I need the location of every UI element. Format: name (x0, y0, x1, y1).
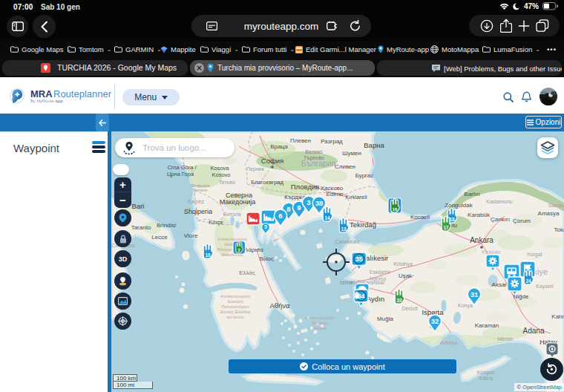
svg-text:Kıbrıs: Kıbrıs (479, 376, 494, 381)
svg-text:Edirne: Edirne (326, 191, 344, 197)
svg-text:Taranto: Taranto (131, 224, 151, 231)
svg-text:Битола: Битола (223, 212, 240, 217)
svg-text:Плевен: Плевен (290, 137, 311, 144)
svg-text:35: 35 (355, 255, 363, 263)
svg-text:Kırıkkale: Kırıkkale (482, 249, 501, 255)
svg-text:17: 17 (443, 225, 449, 230)
svg-text:Vlore: Vlore (184, 232, 198, 239)
svg-text:Tekirdağ: Tekirdağ (350, 220, 376, 229)
svg-text:Αποκεντρωμένη: Αποκεντρωμένη (217, 237, 246, 241)
svg-text:Manisa: Manisa (370, 276, 387, 281)
svg-text:Ελλάς: Ελλάς (239, 270, 255, 276)
svg-text:9: 9 (297, 203, 301, 212)
svg-text:Πελοποννήσου: Πελοποννήσου (222, 304, 249, 309)
svg-text:Варна: Варна (364, 141, 384, 149)
svg-text:Mersin: Mersin (497, 336, 513, 342)
svg-text:Uşak: Uşak (399, 272, 413, 279)
svg-text:Αθήνα: Αθήνα (269, 301, 290, 310)
svg-text:Brindisi: Brindisi (157, 222, 176, 229)
svg-text:Перник: Перник (246, 166, 265, 172)
svg-text:Kahra: Kahra (551, 313, 564, 320)
svg-text:Konya: Konya (458, 303, 473, 309)
svg-text:София: София (261, 157, 283, 165)
svg-text:Црна Гора: Црна Гора (167, 171, 194, 177)
svg-text:18: 18 (449, 217, 455, 222)
svg-text:2: 2 (238, 248, 240, 252)
svg-text:Eskişehir: Eskişehir (370, 270, 391, 275)
svg-text:Antalya: Antalya (440, 340, 457, 346)
svg-text:13: 13 (341, 226, 347, 232)
svg-text:5: 5 (264, 224, 267, 229)
svg-text:6: 6 (278, 212, 282, 220)
svg-text:Тетово: Тетово (219, 180, 235, 185)
svg-text:Çankırı: Çankırı (491, 216, 510, 223)
svg-text:Македонија: Македонија (220, 198, 256, 206)
svg-text:31: 31 (470, 290, 479, 298)
svg-text:Сливен: Сливен (335, 163, 355, 170)
svg-text:Karabük: Karabük (468, 212, 491, 218)
svg-text:Αποκεντρωμένη: Αποκεντρωμένη (220, 294, 249, 298)
svg-text:İzmir: İzmir (340, 279, 353, 286)
svg-text:34: 34 (358, 293, 365, 300)
svg-text:Aydın: Aydın (367, 295, 384, 303)
svg-text:Çorum: Çorum (513, 218, 531, 224)
svg-text:Karaman: Karaman (475, 322, 499, 329)
svg-text:32: 32 (431, 317, 439, 325)
svg-text:Αποκεντρωμένη: Αποκεντρωμένη (305, 316, 334, 320)
svg-text:Korçe: Korçe (209, 219, 223, 226)
svg-text:και Ιονίου: και Ιονίου (226, 315, 243, 319)
svg-text:24: 24 (525, 278, 531, 284)
svg-text:Muğla: Muğla (377, 316, 393, 322)
svg-text:Veriore: Veriore (193, 188, 208, 192)
svg-text:Велико: Велико (305, 149, 322, 154)
svg-text:Διοίκηση: Διοίκηση (312, 321, 327, 325)
svg-text:Kosova: Kosova (210, 165, 229, 172)
svg-text:Çanakkale: Çanakkale (335, 239, 359, 245)
svg-text:Kastamonu: Kastamonu (486, 199, 513, 204)
svg-text:Разград: Разград (321, 138, 343, 145)
svg-text:Bari: Bari (132, 202, 145, 210)
svg-text:Kütahya: Kütahya (393, 261, 413, 267)
svg-text:Бургас: Бургас (355, 172, 374, 179)
svg-text:Zonguldak: Zonguldak (445, 202, 473, 209)
svg-text:Samsu: Samsu (548, 203, 564, 208)
svg-text:Пловдив: Пловдив (291, 183, 320, 191)
svg-text:Kamëz: Kamëz (188, 199, 204, 204)
svg-text:Βόλος: Βόλος (259, 256, 274, 262)
svg-text:Kosovo: Kosovo (212, 172, 230, 178)
svg-text:Δυτικής Ελλάδας: Δυτικής Ελλάδας (220, 310, 251, 314)
svg-text:Ankara: Ankara (470, 236, 494, 244)
svg-text:Шумен: Шумен (342, 150, 361, 157)
svg-text:Kırklareli: Kırklareli (345, 194, 367, 200)
svg-text:Κύπρος: Κύπρος (477, 370, 496, 376)
svg-text:Denizli: Denizli (401, 306, 417, 311)
svg-text:Враца: Враца (270, 143, 288, 150)
svg-text:Благоевград: Благоевград (251, 179, 283, 186)
svg-text:Tokat: Tokat (554, 226, 564, 233)
svg-text:10: 10 (205, 252, 211, 258)
svg-text:Αιγαίου: Αιγαίου (313, 326, 327, 330)
svg-text:38: 38 (315, 199, 324, 207)
svg-text:Διοίκηση: Διοίκηση (227, 299, 243, 304)
svg-text:3: 3 (306, 198, 310, 206)
svg-text:България: България (301, 159, 335, 168)
svg-text:Crna Gora /: Crna Gora / (167, 164, 197, 171)
svg-text:Lecce: Lecce (151, 234, 168, 241)
svg-text:16: 16 (393, 207, 398, 212)
svg-text:Amasya: Amasya (538, 210, 560, 217)
svg-text:8: 8 (286, 205, 290, 213)
svg-text:Kocaeli: Kocaeli (410, 214, 430, 220)
svg-text:Bartın: Bartın (464, 191, 479, 197)
svg-text:Adana: Adana (523, 327, 545, 335)
svg-text:Yozgat: Yozgat (526, 252, 542, 258)
svg-text:Niğde: Niğde (514, 293, 529, 300)
svg-text:33: 33 (396, 298, 402, 303)
svg-text:Shqiperia: Shqiperia (184, 208, 212, 215)
svg-text:Kayseri: Kayseri (536, 284, 554, 290)
svg-text:14: 14 (324, 215, 330, 220)
